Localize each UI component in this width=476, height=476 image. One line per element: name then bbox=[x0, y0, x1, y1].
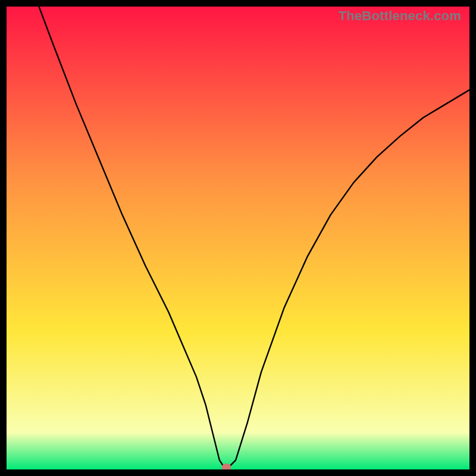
watermark-label: TheBottleneck.com bbox=[339, 8, 461, 24]
chart-frame: TheBottleneck.com bbox=[7, 7, 469, 469]
chart-svg bbox=[7, 7, 469, 469]
chart-background bbox=[7, 7, 469, 469]
